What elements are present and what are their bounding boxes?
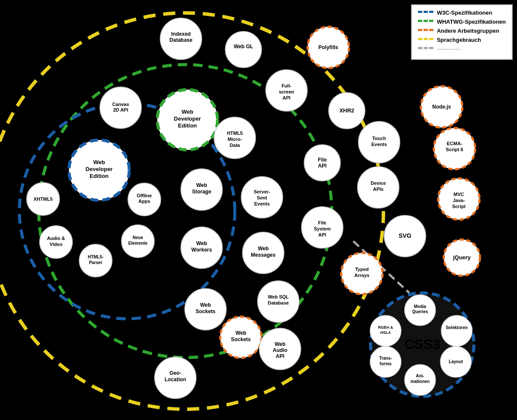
svg-text:Script 6: Script 6 — [446, 147, 463, 152]
svg-text:ECMA-: ECMA- — [447, 141, 462, 146]
svg-text:jQuery: jQuery — [452, 254, 471, 261]
svg-text:Device: Device — [371, 180, 386, 186]
svg-text:System: System — [314, 226, 330, 231]
svg-text:Script: Script — [452, 204, 466, 209]
svg-text:Selektoren: Selektoren — [445, 325, 467, 330]
svg-text:Events: Events — [254, 201, 270, 206]
svg-text:Touch: Touch — [372, 136, 386, 141]
svg-text:MVC: MVC — [454, 192, 464, 197]
svg-text:Sent: Sent — [257, 195, 267, 200]
svg-text:Polyfills: Polyfills — [318, 44, 338, 50]
svg-text:Edition: Edition — [90, 173, 109, 179]
legend-line-green — [418, 20, 433, 24]
svg-text:APIs: APIs — [373, 187, 383, 192]
svg-text:XHR2: XHR2 — [339, 107, 355, 114]
svg-text:HTML5-: HTML5- — [88, 255, 104, 259]
svg-text:Developer: Developer — [174, 115, 201, 122]
svg-text:Indexed: Indexed — [171, 31, 190, 37]
legend-label-andere: Andere Arbeitsgruppen — [437, 28, 499, 34]
svg-text:screen: screen — [279, 89, 294, 94]
svg-text:XHTML5: XHTML5 — [34, 196, 53, 202]
svg-text:Ani-: Ani- — [416, 373, 424, 378]
svg-point-15 — [225, 31, 262, 68]
svg-text:HTML5: HTML5 — [227, 131, 243, 136]
svg-text:API: API — [318, 232, 326, 237]
legend-item-andere: Andere Arbeitsgruppen — [418, 28, 506, 34]
svg-text:Video: Video — [50, 242, 62, 247]
svg-text:Node.js: Node.js — [432, 104, 451, 110]
legend-item-other: ────── — [418, 46, 506, 52]
svg-text:Location: Location — [165, 376, 186, 383]
svg-text:Full-: Full- — [281, 83, 292, 88]
svg-text:Offline: Offline — [137, 193, 152, 198]
svg-text:Parser: Parser — [89, 260, 102, 265]
svg-text:API: API — [318, 163, 327, 169]
svg-text:SVG: SVG — [399, 232, 411, 239]
svg-text:Storage: Storage — [192, 189, 212, 195]
svg-text:Workers: Workers — [191, 247, 212, 253]
svg-text:Messages: Messages — [251, 252, 276, 258]
legend-label-other: ────── — [437, 46, 461, 52]
svg-text:Web: Web — [196, 182, 207, 188]
legend-line-blue — [418, 11, 433, 15]
svg-text:Data: Data — [230, 143, 240, 148]
legend-line-orange — [418, 29, 433, 33]
legend-item-whatwg: WHATWG-Spezifikationen — [418, 19, 506, 25]
svg-text:Micro-: Micro- — [228, 137, 242, 142]
svg-text:Java-: Java- — [453, 198, 465, 203]
legend-label-whatwg: WHATWG-Spezifikationen — [437, 19, 506, 25]
svg-text:Web GL: Web GL — [234, 44, 253, 50]
svg-text:Web: Web — [200, 302, 211, 308]
diagram-container: Indexed Database Web GL Polyfills Canvas… — [0, 0, 517, 420]
legend-item-sprach: Sprachgebrauch — [418, 37, 506, 43]
svg-text:Canvas: Canvas — [112, 102, 129, 107]
svg-text:HSLA: HSLA — [380, 330, 391, 335]
svg-text:Audio &: Audio & — [47, 236, 65, 241]
legend-label-sprach: Sprachgebrauch — [437, 37, 481, 43]
svg-text:CSS3: CSS3 — [404, 336, 440, 352]
svg-text:Queries: Queries — [412, 309, 428, 314]
svg-text:Developer: Developer — [86, 166, 113, 172]
svg-text:2D API: 2D API — [113, 107, 128, 112]
svg-text:Web: Web — [235, 330, 246, 336]
svg-text:forms: forms — [380, 361, 392, 366]
svg-text:Typed: Typed — [355, 267, 369, 272]
svg-text:API: API — [276, 353, 284, 359]
svg-text:Edition: Edition — [178, 122, 197, 129]
svg-text:Web SQL: Web SQL — [268, 294, 289, 299]
svg-text:Apps: Apps — [138, 199, 150, 204]
svg-text:Server-: Server- — [254, 189, 270, 194]
legend-line-gray — [418, 47, 433, 51]
svg-text:Trans-: Trans- — [379, 356, 392, 361]
legend-item-w3c: W3C-Spezifikationen — [418, 9, 506, 16]
svg-text:Media: Media — [414, 304, 427, 309]
legend-label-w3c: W3C-Spezifikationen — [437, 9, 492, 16]
svg-text:API: API — [283, 95, 290, 100]
svg-text:Web: Web — [181, 109, 193, 115]
svg-text:Database: Database — [169, 37, 193, 43]
svg-text:Web: Web — [258, 246, 268, 252]
svg-text:Elemente: Elemente — [128, 241, 148, 246]
svg-point-40 — [441, 315, 472, 346]
svg-text:Arrays: Arrays — [355, 273, 370, 278]
legend-line-yellow — [418, 38, 433, 42]
svg-text:Events: Events — [371, 142, 387, 147]
svg-text:File: File — [318, 220, 327, 225]
svg-text:mationen: mationen — [411, 379, 430, 384]
legend: W3C-Spezifikationen WHATWG-Spezifikation… — [411, 4, 513, 60]
svg-text:Sockets: Sockets — [231, 336, 251, 342]
svg-text:Web: Web — [274, 341, 285, 347]
svg-text:Web: Web — [196, 240, 207, 246]
svg-text:Geo-: Geo- — [169, 370, 181, 376]
svg-text:RGBA &: RGBA & — [378, 325, 393, 330]
svg-text:Database: Database — [268, 300, 289, 305]
svg-text:Neue: Neue — [133, 235, 143, 240]
svg-text:File: File — [318, 157, 327, 163]
svg-text:Web: Web — [93, 159, 105, 165]
svg-text:Layout: Layout — [449, 359, 463, 364]
svg-text:Sockets: Sockets — [196, 308, 215, 314]
main-diagram: Indexed Database Web GL Polyfills Canvas… — [0, 0, 517, 420]
svg-text:Audio: Audio — [273, 347, 287, 353]
